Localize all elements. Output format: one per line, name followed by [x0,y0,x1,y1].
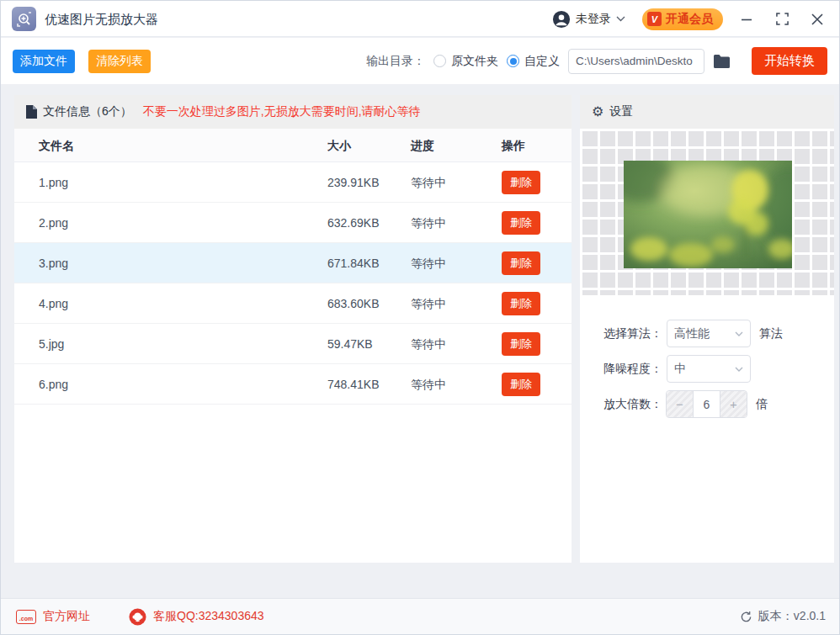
open-vip-button[interactable]: V 开通会员 [642,8,723,30]
radio-custom-circle [507,55,519,67]
table-row[interactable]: 1.png 239.91KB 等待中 删除 [14,162,572,203]
settings-panel: ⚙ 设置 [580,95,834,563]
output-path-input[interactable] [568,49,704,74]
file-size: 748.41KB [327,364,380,405]
file-name: 3.png [39,243,68,283]
qq-label: 客服QQ:3234303643 [153,609,264,624]
chevron-down-icon [616,16,625,22]
algorithm-value: 高性能 [674,326,735,341]
delete-button[interactable]: 删除 [502,373,540,396]
app-title: 优速图片无损放大器 [45,1,158,37]
scale-row: 放大倍数： − 6 + 倍 [580,390,834,418]
scale-stepper: − 6 + [666,390,747,418]
table-row-selected[interactable]: 3.png 671.84KB 等待中 删除 [14,243,572,283]
file-panel-title: 文件信息（6个） [43,104,132,119]
delete-button[interactable]: 删除 [502,171,540,194]
delete-button[interactable]: 删除 [502,332,540,356]
file-name: 6.png [39,364,68,405]
denoise-select[interactable]: 中 [667,355,751,383]
browse-folder-button[interactable] [713,54,731,69]
table-row[interactable]: 5.jpg 59.47KB 等待中 删除 [14,324,572,364]
denoise-value: 中 [674,362,735,377]
table-header: 文件名 大小 进度 操作 [14,129,572,162]
preview-image [624,161,792,268]
delete-button[interactable]: 删除 [502,211,540,235]
scale-suffix: 倍 [756,397,768,412]
file-status: 等待中 [411,324,446,364]
radio-original-label: 原文件夹 [451,54,498,69]
chevron-down-icon [735,331,743,336]
file-name: 5.jpg [39,324,64,364]
file-status: 等待中 [411,243,446,283]
file-size: 671.84KB [327,243,380,283]
file-status: 等待中 [411,203,446,243]
scale-increase-button[interactable]: + [720,391,747,417]
radio-original-folder[interactable]: 原文件夹 [433,54,498,69]
login-menu[interactable]: 未登录 [552,10,625,29]
radio-custom-label: 自定义 [524,54,560,69]
table-row[interactable]: 6.png 748.41KB 等待中 删除 [14,364,572,405]
column-action: 操作 [502,129,525,162]
document-icon [26,105,37,119]
delete-button[interactable]: 删除 [502,251,540,275]
scale-label: 放大倍数： [603,397,662,412]
file-size: 59.47KB [327,324,373,364]
denoise-label: 降噪程度： [603,362,662,377]
file-status: 等待中 [411,364,446,405]
algorithm-row: 选择算法： 高性能 算法 [580,320,834,347]
file-size: 239.91KB [327,162,380,203]
denoise-row: 降噪程度： 中 [580,355,834,383]
table-row[interactable]: 4.png 683.60KB 等待中 删除 [14,283,572,324]
user-avatar-icon [552,10,571,29]
customer-service-icon [129,608,146,626]
settings-panel-header: ⚙ 设置 [580,95,834,129]
close-button[interactable] [805,8,829,31]
maximize-button[interactable] [770,8,794,31]
output-dir-label: 输出目录： [366,54,425,69]
file-name: 4.png [39,283,68,324]
refresh-icon [740,611,752,623]
app-logo-icon [12,7,36,31]
algorithm-label: 选择算法： [603,326,662,341]
app-window: 优速图片无损放大器 未登录 V 开通会员 [0,0,840,635]
radio-custom-folder[interactable]: 自定义 [507,54,560,69]
vip-badge-icon: V [647,12,662,26]
transparency-grid [580,129,834,295]
file-name: 1.png [39,162,68,203]
website-label: 官方网址 [43,609,90,624]
scale-decrease-button[interactable]: − [667,391,694,417]
file-status: 等待中 [411,162,446,203]
delete-button[interactable]: 删除 [502,292,540,315]
column-filename: 文件名 [39,129,74,162]
file-size: 683.60KB [327,283,380,324]
warning-text: 不要一次处理过多图片,无损放大需要时间,请耐心等待 [143,104,421,119]
minimize-button[interactable] [735,8,758,31]
file-panel-header: 文件信息（6个） 不要一次处理过多图片,无损放大需要时间,请耐心等待 [14,95,572,129]
file-list-panel: 文件信息（6个） 不要一次处理过多图片,无损放大需要时间,请耐心等待 文件名 大… [14,95,572,563]
column-progress: 进度 [411,129,434,162]
clear-list-button[interactable]: 清除列表 [88,50,151,73]
add-files-button[interactable]: 添加文件 [13,50,75,73]
radio-original-circle [433,55,446,67]
official-website-link[interactable]: .com 官方网址 [16,609,90,624]
toolbar: 添加文件 清除列表 输出目录： 原文件夹 自定义 开始转换 [1,38,839,84]
file-name: 2.png [39,203,68,243]
algorithm-suffix: 算法 [759,326,783,341]
website-icon: .com [16,610,36,624]
algorithm-select[interactable]: 高性能 [667,320,751,347]
table-row[interactable]: 2.png 632.69KB 等待中 删除 [14,203,572,243]
chevron-down-icon [735,367,743,372]
version-check[interactable]: 版本：v2.0.1 [740,609,826,624]
file-size: 632.69KB [327,203,380,243]
login-status-label: 未登录 [576,12,611,27]
titlebar: 优速图片无损放大器 未登录 V 开通会员 [1,1,839,37]
customer-service-link[interactable]: 客服QQ:3234303643 [129,608,264,626]
settings-panel-title: 设置 [609,104,633,119]
column-size: 大小 [327,129,351,162]
version-label: 版本：v2.0.1 [758,609,826,624]
scale-value: 6 [694,391,720,417]
gear-icon: ⚙ [592,105,603,119]
vip-button-label: 开通会员 [666,12,713,27]
footer: .com 官方网址 客服QQ:3234303643 版本：v2.0.1 [1,598,839,634]
start-convert-button[interactable]: 开始转换 [752,47,827,75]
